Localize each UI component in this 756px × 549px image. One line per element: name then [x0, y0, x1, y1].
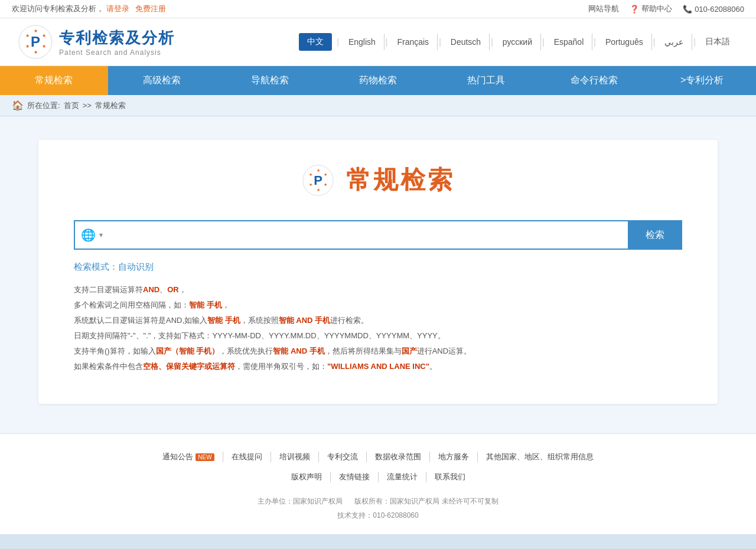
- welcome-text: 欢迎访问专利检索及分析， 请登录 免费注册: [12, 4, 166, 14]
- home-icon: 🏠: [12, 100, 24, 111]
- lang-ru[interactable]: русский: [494, 34, 541, 50]
- phone-info: 📞 010-62088060: [683, 5, 744, 14]
- nav-hot-tools[interactable]: 热门工具: [432, 66, 540, 95]
- search-bar: 🌐 ▾ 检索: [74, 220, 682, 250]
- lang-fr[interactable]: Français: [389, 34, 438, 50]
- logo-title: 专利检索及分析: [59, 28, 175, 48]
- main-content: ★ ★ ★ ★ ★ ★ P 常规检索 🌐 ▾ 检索 检索模式：自动识别 支持二目…: [0, 116, 756, 433]
- help-line-5: 支持半角()算符，如输入国产（智能 手机），系统优先执行智能 AND 手机，然后…: [74, 344, 682, 359]
- lang-ar[interactable]: عربي: [656, 34, 692, 50]
- footer-link-copyright[interactable]: 版权声明: [283, 472, 331, 482]
- logo-area: ★ ★ ★ ★ ★ ★ P 专利检索及分析 Patent Search and …: [18, 24, 175, 60]
- svg-text:★: ★: [25, 44, 30, 49]
- nav-advanced-search[interactable]: 高级检索: [108, 66, 216, 95]
- footer-link-data-range[interactable]: 数据收录范围: [367, 452, 430, 462]
- svg-text:★: ★: [308, 181, 312, 187]
- breadcrumb-current: 常规检索: [95, 100, 126, 111]
- footer-link-contact-us[interactable]: 联系我们: [426, 472, 474, 482]
- page-title: 常规检索: [346, 164, 455, 197]
- help-line-1: 支持二目逻辑运算符AND、OR，: [74, 282, 682, 298]
- svg-text:★: ★: [42, 33, 46, 38]
- help-line-6: 如果检索条件中包含空格、保留关键字或运算符，需使用半角双引号，如："WILLIA…: [74, 359, 682, 374]
- nav-nav-search[interactable]: 导航检索: [216, 66, 324, 95]
- register-link[interactable]: 免费注册: [135, 4, 166, 13]
- svg-text:★: ★: [25, 33, 30, 38]
- svg-text:★: ★: [308, 172, 312, 177]
- svg-text:★: ★: [34, 28, 38, 34]
- footer-link-online-question[interactable]: 在线提问: [223, 452, 271, 462]
- footer-link-notice[interactable]: 通知公告NEW: [154, 452, 223, 462]
- dropdown-arrow-icon[interactable]: ▾: [99, 231, 103, 239]
- breadcrumb-home[interactable]: 首页: [64, 100, 79, 111]
- lang-es[interactable]: Español: [546, 34, 593, 50]
- top-bar-right: 网站导航 ❓ 帮助中心 📞 010-62088060: [576, 4, 744, 14]
- header: ★ ★ ★ ★ ★ ★ P 专利检索及分析 Patent Search and …: [0, 18, 756, 66]
- svg-text:★: ★: [316, 167, 320, 172]
- nav-cmd-search[interactable]: 命令行检索: [540, 66, 648, 95]
- top-bar: 欢迎访问专利检索及分析， 请登录 免费注册 网站导航 ❓ 帮助中心 📞 010-…: [0, 0, 756, 18]
- website-nav-btn[interactable]: 网站导航: [576, 4, 619, 14]
- search-field-wrapper: 🌐 ▾: [74, 220, 628, 250]
- search-button[interactable]: 检索: [628, 220, 682, 250]
- svg-text:★: ★: [34, 50, 38, 55]
- help-line-2: 多个检索词之间用空格间隔，如：智能 手机，: [74, 298, 682, 313]
- footer-tech-support: 技术支持：010-62088060: [12, 508, 744, 522]
- breadcrumb: 🏠 所在位置: 首页 >> 常规检索: [0, 95, 756, 116]
- footer-link-patent-exchange[interactable]: 专利交流: [319, 452, 367, 462]
- footer-links-row1: 通知公告NEW 在线提问 培训视频 专利交流 数据收录范围 地方服务 其他国家、…: [12, 452, 744, 462]
- nav-menu: 常规检索 高级检索 导航检索 药物检索 热门工具 命令行检索 >专利分析: [0, 66, 756, 95]
- footer-link-other-countries[interactable]: 其他国家、地区、组织常用信息: [478, 452, 602, 462]
- help-line-4: 日期支持间隔符"-"、"."，支持如下格式：YYYY-MM-DD、YYYY.MM…: [74, 328, 682, 344]
- svg-text:★: ★: [324, 181, 327, 187]
- svg-text:★: ★: [42, 44, 46, 49]
- help-text: 支持二目逻辑运算符AND、OR， 多个检索词之间用空格间隔，如：智能 手机， 系…: [74, 282, 682, 374]
- footer-link-training-video[interactable]: 培训视频: [271, 452, 319, 462]
- footer-link-traffic-stats[interactable]: 流量统计: [379, 472, 426, 482]
- nav-regular-search[interactable]: 常规检索: [0, 66, 108, 95]
- footer-link-local-service[interactable]: 地方服务: [430, 452, 478, 462]
- search-mode: 检索模式：自动识别: [74, 262, 682, 273]
- language-nav: 中文 | English | Français | Deutsch | русс…: [299, 33, 738, 51]
- lang-en[interactable]: English: [340, 34, 384, 50]
- lang-pt[interactable]: Português: [597, 34, 652, 50]
- lang-zh[interactable]: 中文: [299, 33, 332, 51]
- nav-drug-search[interactable]: 药物检索: [324, 66, 432, 95]
- svg-text:★: ★: [316, 187, 320, 192]
- logo-subtitle: Patent Search and Analysis: [59, 48, 175, 57]
- footer: 通知公告NEW 在线提问 培训视频 专利交流 数据收录范围 地方服务 其他国家、…: [0, 433, 756, 534]
- help-line-3: 系统默认二目逻辑运算符是AND,如输入智能 手机，系统按照智能 AND 手机进行…: [74, 313, 682, 328]
- login-link[interactable]: 请登录: [106, 4, 129, 13]
- grid-icon: [576, 5, 584, 13]
- footer-links-row2: 版权声明 友情链接 流量统计 联系我们: [12, 472, 744, 482]
- search-input[interactable]: [109, 230, 622, 240]
- globe-icon: 🌐: [81, 228, 96, 242]
- nav-patent-analysis[interactable]: >专利分析: [648, 66, 756, 95]
- search-card: ★ ★ ★ ★ ★ ★ P 常规检索 🌐 ▾ 检索 检索模式：自动识别 支持二目…: [38, 140, 718, 404]
- page-title-area: ★ ★ ★ ★ ★ ★ P 常规检索: [74, 164, 682, 197]
- svg-text:★: ★: [324, 172, 327, 177]
- breadcrumb-sep1: >>: [83, 101, 92, 110]
- footer-sponsor: 主办单位：国家知识产权局 版权所有：国家知识产权局 未经许可不可复制: [12, 494, 744, 508]
- breadcrumb-label: 所在位置:: [27, 100, 60, 111]
- help-center-btn[interactable]: ❓ 帮助中心: [630, 4, 672, 14]
- lang-de[interactable]: Deutsch: [442, 34, 490, 50]
- logo-svg: ★ ★ ★ ★ ★ ★ P: [18, 24, 53, 60]
- phone-icon: 📞: [683, 5, 692, 14]
- svg-text:P: P: [31, 34, 40, 50]
- lang-ja[interactable]: 日本語: [697, 33, 738, 51]
- svg-text:P: P: [314, 172, 322, 187]
- page-logo-icon: ★ ★ ★ ★ ★ ★ P: [302, 164, 334, 197]
- footer-bottom: 主办单位：国家知识产权局 版权所有：国家知识产权局 未经许可不可复制 技术支持：…: [12, 494, 744, 522]
- question-icon: ❓: [630, 5, 639, 14]
- footer-link-friendly-links[interactable]: 友情链接: [331, 472, 379, 482]
- logo-text: 专利检索及分析 Patent Search and Analysis: [59, 28, 175, 57]
